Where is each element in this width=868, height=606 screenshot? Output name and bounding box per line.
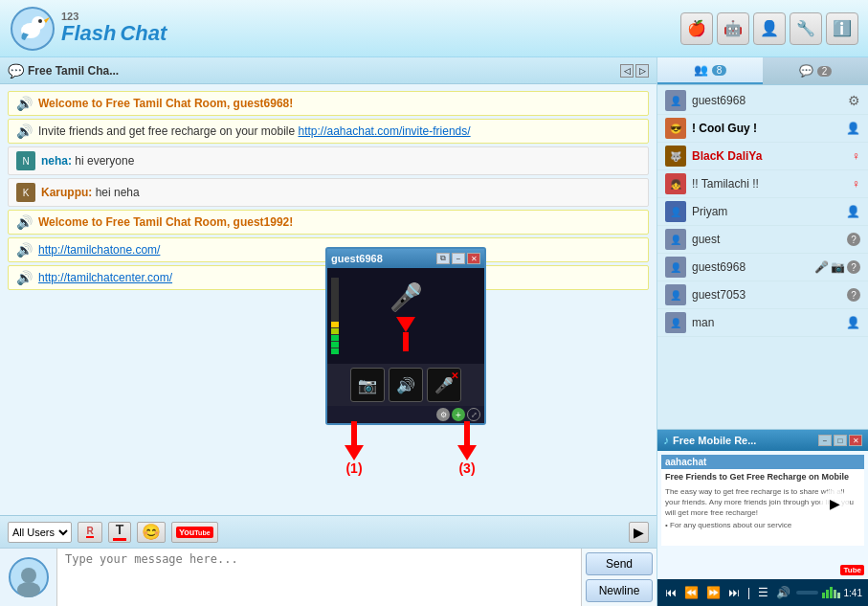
annotation-1-group: (1) (345, 421, 364, 476)
chat-collapse-btn[interactable]: ◁ (620, 64, 634, 78)
mute-btn[interactable]: 🎤✕ (427, 368, 461, 402)
apple-icon[interactable]: 🍎 (680, 12, 713, 45)
camera-icon: 📷 (831, 260, 845, 274)
next-next-btn[interactable]: ⏭ (726, 586, 742, 599)
media-close-btn[interactable]: ✕ (849, 435, 862, 446)
logo-bird-icon (10, 6, 56, 52)
user-avatar: K (16, 183, 35, 202)
media-title-left: ♪ Free Mobile Re... (663, 434, 756, 447)
message-text: Welcome to Free Tamil Chat Room, guest69… (38, 97, 293, 110)
user-gender-icon: 👤 (846, 316, 860, 329)
font-style-btn[interactable]: R (78, 522, 102, 543)
video-win-controls: ⧉ − ✕ (436, 253, 480, 264)
playlist-btn[interactable]: ☰ (756, 586, 770, 599)
info-icon[interactable]: ℹ️ (826, 12, 858, 45)
video-restore-btn[interactable]: ⧉ (436, 253, 450, 264)
media-player: ♪ Free Mobile Re... − □ ✕ aahachat Free … (657, 429, 868, 606)
add-btn[interactable]: + (452, 408, 465, 421)
user-gender-icon: ♀ (852, 177, 860, 191)
user-item[interactable]: 👧 !! Tamilachi !! ♀ (657, 170, 868, 198)
user-avatar: N (16, 151, 35, 170)
expand-btn[interactable]: ▶ (629, 522, 649, 543)
users-panel: 👥 8 💬 2 👤 guest6968 ⚙ 😎 ! Cool (657, 57, 868, 429)
user-gender-icon: 👤 (846, 205, 860, 218)
right-panel: 👥 8 💬 2 👤 guest6968 ⚙ 😎 ! Cool (657, 57, 868, 606)
newline-button[interactable]: Newline (586, 579, 653, 602)
chat-link[interactable]: http://tamilchatone.com/ (38, 243, 160, 257)
chat-room-icon: 💬 (8, 63, 24, 79)
user-name: ! Cool Guy ! (692, 122, 840, 135)
chat-expand-btn[interactable]: ▷ (635, 64, 649, 78)
user-item[interactable]: 🐺 BlacK DaliYa ♀ (657, 143, 868, 170)
youtube-btn[interactable]: YouTube (171, 522, 218, 543)
svg-point-5 (21, 568, 36, 583)
prev-btn[interactable]: ⏪ (682, 586, 701, 599)
message-row: 🔊 Invite friends and get free recharge o… (8, 119, 649, 144)
send-button[interactable]: Send (586, 552, 653, 575)
chat-room-title: Free Tamil Cha... (28, 64, 119, 78)
media-progress-bar[interactable] (796, 591, 817, 595)
media-controls-bar: ⏮ ⏪ ⏩ ⏭ | ☰ 🔊 1:41 (657, 579, 868, 606)
my-avatar-area (0, 549, 57, 606)
media-content: aahachat Free Friends to Get Free Rechar… (657, 451, 868, 579)
wrench-icon[interactable]: 🔧 (790, 12, 822, 45)
tab-users[interactable]: 👥 8 (657, 57, 763, 84)
media-time: 1:41 (844, 588, 862, 598)
user-avatar: 👤 (665, 90, 686, 111)
settings-btn[interactable]: ⚙ (436, 408, 450, 421)
user-item[interactable]: 👤 man 👤 (657, 309, 868, 337)
app-header: 123 Flash Chat 🍎 🤖 👤 🔧 ℹ️ (0, 0, 868, 57)
system-icon: 🔊 (16, 123, 33, 139)
chat-link-2[interactable]: http://tamilchatcenter.com/ (38, 271, 172, 284)
user-item[interactable]: 👤 Priyam 👤 (657, 198, 868, 226)
message-text: Welcome to Free Tamil Chat Room, guest19… (38, 215, 293, 229)
play-button[interactable]: ▶ (820, 489, 849, 518)
message-row: K Karuppu: hei neha (8, 178, 649, 207)
message-text: Invite friends and get free recharge on … (38, 124, 471, 138)
android-icon[interactable]: 🤖 (717, 12, 749, 45)
user-item[interactable]: 👤 guest6968 🎤 📷 ? (657, 254, 868, 281)
system-icon: 🔊 (16, 242, 33, 258)
user-avatar: 🐺 (665, 146, 686, 167)
svg-point-3 (38, 19, 42, 23)
user-item[interactable]: 😎 ! Cool Guy ! 👤 (657, 115, 868, 143)
user-avatar: 👤 (665, 284, 686, 305)
speaker-btn[interactable]: 🔊 (389, 368, 423, 402)
video-minimize-btn[interactable]: − (452, 253, 465, 264)
invite-link[interactable]: http://aahachat.com/invite-friends/ (299, 124, 471, 138)
user-item[interactable]: 👤 guest7053 ? (657, 281, 868, 309)
media-minimize-btn[interactable]: − (818, 435, 832, 446)
next-btn[interactable]: ⏩ (704, 586, 723, 599)
user-name: Priyam (692, 205, 840, 218)
person-icon[interactable]: 👤 (753, 12, 786, 45)
media-win-controls: − □ ✕ (818, 435, 862, 446)
user-avatar: 👤 (665, 201, 686, 222)
my-avatar (8, 556, 50, 598)
emoji-btn[interactable]: 😊 (137, 522, 166, 543)
font-color-bar (113, 538, 126, 541)
speaker-btn[interactable]: 🔊 (774, 586, 792, 599)
user-item[interactable]: 👤 guest ? (657, 226, 868, 254)
users-tabs: 👥 8 💬 2 (657, 57, 868, 85)
user-gear-icon[interactable]: ⚙ (848, 93, 860, 108)
zoom-btn[interactable]: ⤢ (467, 408, 480, 421)
prev-prev-btn[interactable]: ⏮ (663, 586, 679, 599)
users-count: 8 (712, 65, 727, 76)
media-title: Free Mobile Re... (673, 435, 756, 446)
chat-header-controls: ◁ ▷ (620, 64, 649, 78)
message-row: 🔊 Welcome to Free Tamil Chat Room, guest… (8, 210, 649, 235)
arrow-down-annotation (396, 317, 415, 351)
media-maximize-btn[interactable]: □ (834, 435, 847, 446)
tab-friends[interactable]: 💬 2 (763, 57, 868, 84)
users-select[interactable]: All Users Friends (8, 522, 72, 543)
user-avatar: 👧 (665, 173, 686, 194)
user-item[interactable]: 👤 guest6968 ⚙ (657, 87, 868, 115)
user-avatar: 👤 (665, 257, 686, 278)
messages-area[interactable]: 🔊 Welcome to Free Tamil Chat Room, guest… (0, 84, 657, 515)
youtube-logo: Tube (840, 565, 864, 575)
message-input[interactable] (57, 549, 581, 606)
font-color-btn[interactable]: T (108, 522, 131, 543)
camera-btn[interactable]: 📷 (350, 368, 385, 402)
video-close-btn[interactable]: ✕ (467, 253, 480, 264)
system-icon: 🔊 (16, 96, 33, 111)
